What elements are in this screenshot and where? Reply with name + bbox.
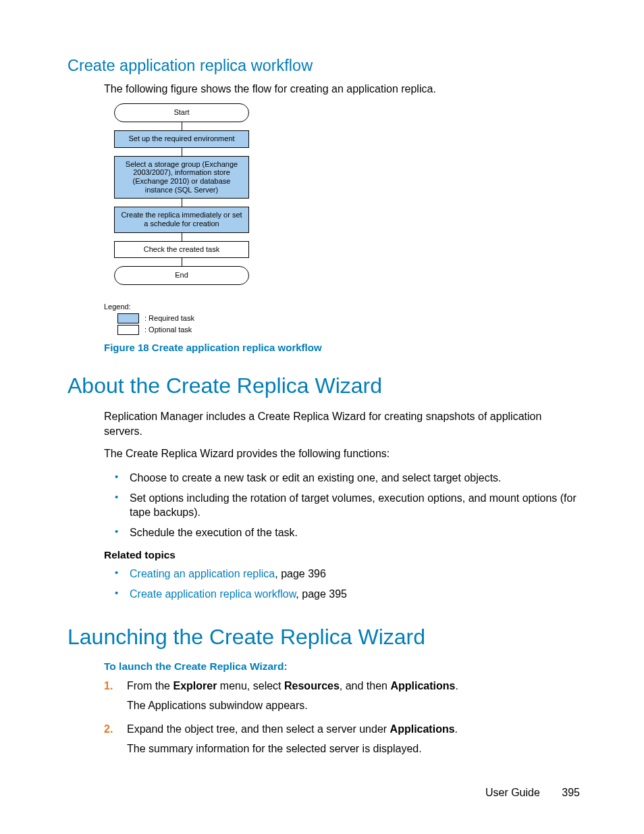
legend-swatch-optional (117, 325, 139, 335)
list-item: Create application replica workflow, pag… (115, 584, 583, 604)
step-text: . (455, 723, 458, 735)
heading-about-wizard: About the Create Replica Wizard (68, 373, 583, 398)
workflow-diagram: Start Set up the required environment Se… (104, 103, 259, 284)
list-item: Set options including the rotation of ta… (115, 488, 583, 523)
page-number: 395 (562, 787, 580, 798)
legend-row-optional: : Optional task (117, 325, 583, 335)
link-suffix: , page 396 (275, 568, 326, 579)
legend-label-optional: : Optional task (144, 325, 192, 334)
procedure-steps: From the Explorer menu, select Resources… (104, 678, 583, 765)
about-p1: Replication Manager includes a Create Re… (104, 409, 576, 440)
flow-start: Start (114, 103, 249, 122)
flow-step-check: Check the created task (114, 241, 249, 259)
heading-create-workflow: Create application replica workflow (68, 57, 583, 75)
function-list: Choose to create a new task or edit an e… (115, 468, 583, 542)
list-item: Schedule the execution of the task. (115, 523, 583, 543)
flow-end: End (114, 266, 249, 285)
ui-term: Explorer (173, 680, 217, 692)
legend-label-required: : Required task (144, 314, 194, 322)
flow-step-setup: Set up the required environment (114, 130, 249, 148)
step-2: Expand the object tree, and then select … (104, 721, 583, 764)
step-result: The Applications subwindow appears. (127, 698, 583, 713)
flow-connector (182, 233, 182, 241)
heading-launching-wizard: Launching the Create Replica Wizard (68, 625, 583, 650)
related-topics-heading: Related topics (104, 549, 583, 561)
related-topics-list: Creating an application replica, page 39… (115, 564, 583, 604)
ui-term: Resources (284, 680, 340, 692)
legend-swatch-required (117, 313, 139, 323)
footer-label: User Guide (485, 787, 540, 798)
legend: Legend: : Required task : Optional task (104, 303, 583, 335)
flow-step-select: Select a storage group (Exchange 2003/20… (114, 156, 249, 199)
ui-term: Applications (390, 723, 455, 735)
step-text: menu, select (217, 680, 284, 692)
about-p2: The Create Replica Wizard provides the f… (104, 446, 576, 461)
link-suffix: , page 395 (296, 588, 347, 600)
flow-connector (182, 258, 182, 266)
step-text: . (455, 680, 458, 692)
list-item: Creating an application replica, page 39… (115, 564, 583, 584)
document-page: Create application replica workflow The … (0, 0, 644, 834)
figure-caption: Figure 18 Create application replica wor… (104, 342, 583, 353)
step-text: Expand the object tree, and then select … (127, 723, 390, 735)
link-create-workflow[interactable]: Create application replica workflow (130, 588, 296, 600)
procedure-heading: To launch the Create Replica Wizard: (104, 660, 583, 673)
flow-connector (182, 199, 182, 207)
intro-text: The following figure shows the flow for … (104, 82, 576, 97)
link-creating-replica[interactable]: Creating an application replica (130, 568, 275, 579)
ui-term: Applications (390, 680, 455, 692)
flow-connector (182, 122, 182, 130)
step-result: The summary information for the selected… (127, 741, 583, 756)
step-text: From the (127, 680, 173, 692)
flow-step-create: Create the replica immediately or set a … (114, 207, 249, 232)
legend-title: Legend: (104, 303, 583, 311)
list-item: Choose to create a new task or edit an e… (115, 468, 583, 488)
flow-connector (182, 148, 182, 156)
step-1: From the Explorer menu, select Resources… (104, 678, 583, 721)
page-footer: User Guide 395 (485, 787, 580, 799)
step-text: , and then (340, 680, 391, 692)
legend-row-required: : Required task (117, 313, 583, 323)
